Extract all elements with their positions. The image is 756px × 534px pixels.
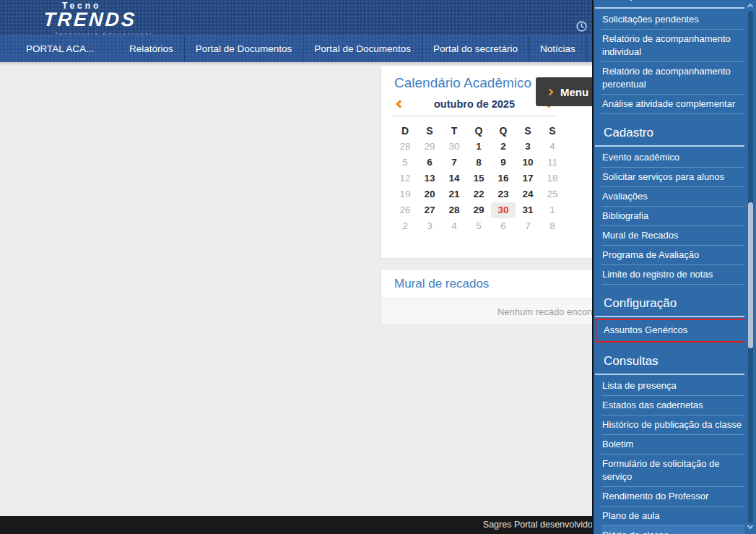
sidebar-section-heading-configuracao: Configuração bbox=[601, 285, 744, 316]
sidebar-section-heading-complementares: Complementares bbox=[601, 0, 744, 7]
calendar-day[interactable]: 3 bbox=[417, 218, 442, 234]
calendar-day[interactable]: 8 bbox=[466, 155, 491, 171]
sidebar-item-avaliacoes[interactable]: Avaliações bbox=[601, 187, 744, 207]
sidebar-item-limite-do-registro-de-notas[interactable]: Limite do registro de notas bbox=[601, 265, 744, 285]
calendar-day[interactable]: 3 bbox=[516, 139, 540, 155]
chevron-up-icon[interactable] bbox=[748, 3, 754, 9]
section-underline bbox=[595, 316, 744, 317]
weekday-header: T bbox=[442, 123, 466, 139]
calendar-day[interactable]: 7 bbox=[442, 155, 466, 171]
calendar-day[interactable]: 12 bbox=[393, 171, 417, 186]
calendar-day[interactable]: 29 bbox=[417, 139, 442, 155]
weekday-header: Q bbox=[491, 123, 516, 139]
calendar-day[interactable]: 1 bbox=[540, 202, 565, 218]
sidebar-sections: ComplementaresSolicitações pendentesRela… bbox=[595, 0, 744, 534]
nav-item-portal-do-secretario[interactable]: Portal do secretário bbox=[422, 35, 529, 62]
sidebar-item-programa-de-avaliacao[interactable]: Programa de Avaliação bbox=[601, 246, 744, 265]
calendar-day[interactable]: 7 bbox=[516, 218, 540, 234]
weekday-row: DSTQQSS bbox=[393, 123, 565, 139]
calendar-day-today[interactable]: 30 bbox=[491, 202, 516, 218]
sidebar-item-lista-de-presenca[interactable]: Lista de presença bbox=[601, 376, 744, 396]
calendar-day[interactable]: 6 bbox=[491, 218, 516, 234]
calendar-day[interactable]: 14 bbox=[442, 171, 466, 186]
weekday-header: S bbox=[516, 123, 540, 139]
chevron-left-icon[interactable] bbox=[396, 100, 404, 108]
calendar-day[interactable]: 31 bbox=[516, 202, 540, 218]
calendar-day[interactable]: 5 bbox=[393, 155, 417, 171]
nav-item-portal-de-documentos[interactable]: Portal de Documentos bbox=[303, 35, 422, 62]
weekday-header: S bbox=[540, 123, 565, 139]
app-window: Tecno TRENDS Tecnologia Educacional 2 PO… bbox=[0, 0, 756, 534]
calendar-day[interactable]: 18 bbox=[540, 171, 565, 186]
sidebar-item-bibliografia[interactable]: Bibliografia bbox=[601, 207, 744, 226]
sidebar-item-estados-das-cadernetas[interactable]: Estados das cadernetas bbox=[601, 396, 744, 415]
calendar-day[interactable]: 20 bbox=[417, 186, 442, 202]
calendar-day[interactable]: 9 bbox=[491, 155, 516, 171]
calendar-day[interactable]: 2 bbox=[393, 218, 417, 234]
calendar-day[interactable]: 17 bbox=[516, 171, 540, 186]
sidebar-item-relatorio-de-acompanhamento-percentual[interactable]: Relatório de acompanhamento percentual bbox=[601, 62, 744, 95]
sidebar-scrollbar[interactable] bbox=[746, 0, 755, 534]
calendar-day[interactable]: 4 bbox=[540, 139, 565, 155]
sidebar-section-heading-consultas: Consultas bbox=[601, 343, 744, 374]
section-underline bbox=[595, 374, 744, 375]
chevron-down-icon[interactable] bbox=[748, 524, 754, 530]
weekday-header: D bbox=[393, 123, 417, 139]
sidebar-section-heading-cadastro: Cadastro bbox=[601, 114, 744, 145]
sidebar-menu: ComplementaresSolicitações pendentesRela… bbox=[592, 0, 756, 534]
calendar-day[interactable]: 2 bbox=[491, 139, 516, 155]
sidebar-item-rendimento-do-professor[interactable]: Rendimento do Professor bbox=[601, 487, 744, 507]
calendar-day[interactable]: 1 bbox=[466, 139, 491, 155]
weekday-header: Q bbox=[466, 123, 491, 139]
calendar-grid: 2829301234567891011121314151617181920212… bbox=[393, 139, 565, 234]
tecnotrends-logo: Tecno TRENDS Tecnologia Educacional bbox=[43, 0, 153, 38]
calendar-month-nav: outubro de 2025 bbox=[393, 98, 555, 116]
calendar-day[interactable]: 13 bbox=[417, 171, 442, 186]
sidebar-item-solicitacoes-pendentes[interactable]: Solicitações pendentes bbox=[601, 10, 744, 30]
nav-item-portal-aca[interactable]: PORTAL ACA... bbox=[0, 35, 108, 62]
menu-button-label: Menu bbox=[560, 86, 588, 98]
weekday-header: S bbox=[417, 123, 442, 139]
sidebar-item-historico-de-publicacao-da-classe[interactable]: Histórico de publicação da classe bbox=[601, 415, 744, 435]
sidebar-item-solicitar-servicos-para-alunos[interactable]: Solicitar serviços para alunos bbox=[601, 168, 744, 187]
nav-item-relatorios[interactable]: Relatórios bbox=[118, 35, 185, 62]
sidebar-item-boletim[interactable]: Boletim bbox=[601, 435, 744, 455]
sidebar-item-analise-atividade-complementar[interactable]: Análise atividade complementar bbox=[601, 95, 744, 114]
nav-item-noticias[interactable]: Notícias bbox=[529, 35, 587, 62]
calendar-day[interactable]: 24 bbox=[516, 186, 540, 202]
sidebar-item-mural-de-recados[interactable]: Mural de Recados bbox=[601, 226, 744, 246]
calendar-day[interactable]: 27 bbox=[417, 202, 442, 218]
sidebar-item-assuntos-genericos[interactable]: Assuntos Genéricos bbox=[595, 319, 744, 343]
calendar-day[interactable]: 26 bbox=[393, 202, 417, 218]
calendar-day[interactable]: 30 bbox=[442, 139, 466, 155]
calendar-day[interactable]: 15 bbox=[466, 171, 491, 186]
sidebar-item-evento-academico[interactable]: Evento acadêmico bbox=[601, 148, 744, 168]
nav-item-portal-de-documentos[interactable]: Portal de Documentos bbox=[185, 35, 304, 62]
footer-text: Sagres Portal desenvolvido bbox=[483, 520, 593, 530]
calendar-day[interactable]: 23 bbox=[491, 186, 516, 202]
scrollbar-thumb[interactable] bbox=[748, 202, 753, 348]
calendar-day[interactable]: 29 bbox=[466, 202, 491, 218]
sidebar-item-plano-de-aula[interactable]: Plano de aula bbox=[601, 507, 744, 526]
chevron-right-icon bbox=[547, 88, 554, 95]
calendar-day[interactable]: 11 bbox=[540, 155, 565, 171]
calendar-day[interactable]: 22 bbox=[466, 186, 491, 202]
clock-icon bbox=[575, 20, 588, 33]
calendar-day[interactable]: 10 bbox=[516, 155, 540, 171]
section-underline bbox=[595, 7, 744, 9]
calendar-day[interactable]: 28 bbox=[393, 139, 417, 155]
sidebar-item-relatorio-de-acompanhamento-individual[interactable]: Relatório de acompanhamento individual bbox=[601, 30, 744, 62]
sidebar-item-diario-de-classe[interactable]: Diário de classe bbox=[601, 526, 744, 534]
calendar-day[interactable]: 19 bbox=[393, 186, 417, 202]
calendar-day[interactable]: 4 bbox=[442, 218, 466, 234]
calendar-day[interactable]: 28 bbox=[442, 202, 466, 218]
calendar-day[interactable]: 5 bbox=[466, 218, 491, 234]
section-underline bbox=[595, 145, 744, 147]
calendar-day[interactable]: 16 bbox=[491, 171, 516, 186]
sidebar-item-formulario-de-solicitacao-de-servico[interactable]: Formulário de solicitação de serviço bbox=[601, 455, 744, 487]
calendar-day[interactable]: 6 bbox=[417, 155, 442, 171]
calendar-day[interactable]: 21 bbox=[442, 186, 466, 202]
calendar-month-label: outubro de 2025 bbox=[434, 98, 515, 110]
calendar-day[interactable]: 25 bbox=[540, 186, 565, 202]
calendar-day[interactable]: 8 bbox=[540, 218, 565, 234]
